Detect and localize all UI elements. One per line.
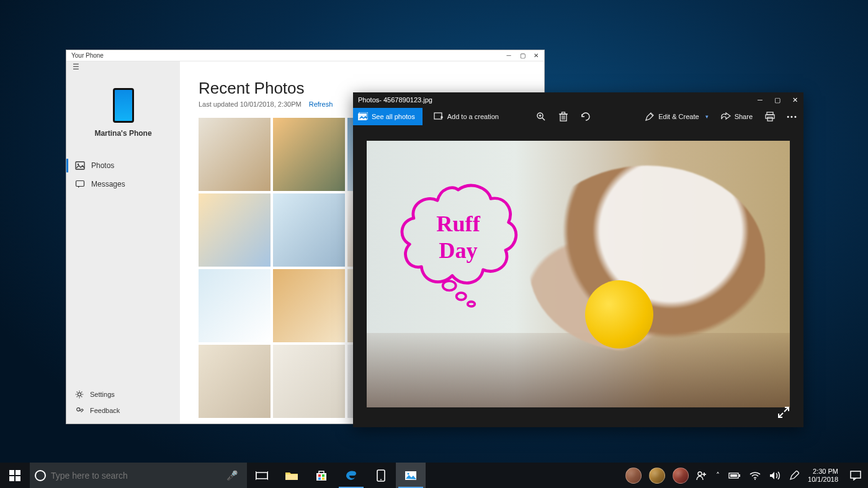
svg-rect-30 <box>766 115 774 118</box>
photo-thumbnail[interactable] <box>199 193 271 267</box>
photos-app-icon <box>405 471 417 481</box>
folder-icon <box>285 470 298 481</box>
microphone-icon[interactable]: 🎤 <box>226 470 238 481</box>
svg-rect-61 <box>851 471 861 478</box>
annotation-line2: Day <box>439 238 477 263</box>
svg-rect-0 <box>76 162 84 169</box>
sidebar-item-feedback[interactable]: Feedback <box>66 402 180 419</box>
see-all-photos-label: See all photos <box>372 113 415 120</box>
wifi-icon[interactable] <box>749 471 761 480</box>
photo-thumbnail[interactable] <box>273 193 345 267</box>
people-avatar[interactable] <box>649 468 665 484</box>
svg-rect-39 <box>9 476 14 481</box>
svg-point-60 <box>754 479 756 480</box>
expand-icon <box>777 406 790 419</box>
sidebar-item-label: Settings <box>90 391 115 398</box>
start-button[interactable] <box>0 463 30 488</box>
svg-line-8 <box>77 392 78 393</box>
system-tray: ˄ <box>692 463 803 488</box>
edit-icon <box>645 112 655 122</box>
your-phone-taskbar-button[interactable] <box>366 463 396 488</box>
people-icon[interactable] <box>696 471 707 481</box>
phone-summary: Martina's Phone <box>66 73 180 145</box>
sidebar-item-messages[interactable]: Messages <box>66 175 180 193</box>
photo-thumbnail[interactable] <box>199 345 271 418</box>
hamburger-icon[interactable]: ☰ <box>66 61 180 73</box>
print-icon <box>765 112 775 122</box>
svg-line-19 <box>542 118 545 120</box>
svg-point-3 <box>78 393 81 396</box>
ellipsis-icon: ••• <box>787 113 798 120</box>
rotate-button[interactable] <box>575 108 597 125</box>
svg-rect-59 <box>730 474 737 477</box>
refresh-link[interactable]: Refresh <box>309 100 333 108</box>
sidebar-item-settings[interactable]: Settings <box>66 386 180 402</box>
maximize-button[interactable]: ▢ <box>516 50 529 61</box>
taskbar-search[interactable]: 🎤 <box>30 463 247 488</box>
trash-icon <box>559 112 568 122</box>
svg-rect-48 <box>318 477 321 480</box>
collection-icon <box>358 112 368 121</box>
last-updated-label: Last updated 10/01/2018, 2:30PM <box>199 100 302 108</box>
edit-create-button[interactable]: Edit & Create ▾ <box>638 108 714 125</box>
svg-rect-46 <box>318 474 321 477</box>
tray-overflow-icon[interactable]: ˄ <box>716 471 720 480</box>
task-view-button[interactable] <box>247 463 277 488</box>
svg-line-11 <box>81 392 82 393</box>
phone-icon <box>377 469 385 482</box>
photos-window-title: Photos- 4567890123.jpg <box>358 96 432 104</box>
creation-icon <box>434 112 444 121</box>
rotate-icon <box>580 112 591 122</box>
edit-create-label: Edit & Create <box>658 113 699 120</box>
minimize-button[interactable]: ─ <box>502 50 516 61</box>
svg-rect-29 <box>767 112 773 115</box>
zoom-button[interactable] <box>530 108 552 125</box>
photo-image[interactable]: Ruff Day <box>367 141 790 407</box>
photo-thumbnail[interactable] <box>199 269 271 342</box>
fullscreen-button[interactable] <box>777 406 790 419</box>
store-icon <box>315 469 328 482</box>
edge-button[interactable] <box>336 463 366 488</box>
close-button[interactable]: ✕ <box>786 92 803 107</box>
add-to-creation-button[interactable]: Add to a creation <box>427 108 505 125</box>
svg-line-9 <box>81 396 82 397</box>
svg-point-32 <box>443 281 456 290</box>
volume-icon[interactable] <box>769 471 781 480</box>
minimize-button[interactable]: ─ <box>751 92 769 107</box>
photo-thumbnail[interactable] <box>273 118 345 191</box>
svg-line-35 <box>784 407 789 412</box>
photo-thumbnail[interactable] <box>273 345 345 418</box>
ink-annotation: Ruff Day <box>391 178 525 308</box>
clock-time: 2:30 PM <box>808 468 838 476</box>
share-button[interactable]: Share <box>715 108 759 125</box>
battery-icon[interactable] <box>728 472 741 479</box>
window-buttons: ─ ▢ ✕ <box>502 50 543 61</box>
photo-icon <box>75 161 85 171</box>
people-avatar[interactable] <box>673 468 689 484</box>
svg-rect-15 <box>434 113 442 119</box>
close-button[interactable]: ✕ <box>529 50 543 61</box>
photo-thumbnail[interactable] <box>273 269 345 342</box>
svg-rect-45 <box>316 473 326 481</box>
taskbar-clock[interactable]: 2:30 PM 10/1/2018 <box>803 463 843 488</box>
search-input[interactable] <box>51 471 221 481</box>
edge-icon <box>344 469 358 482</box>
more-button[interactable]: ••• <box>781 108 803 125</box>
svg-point-51 <box>380 479 382 480</box>
svg-line-10 <box>77 396 78 397</box>
photo-thumbnail[interactable] <box>199 118 271 191</box>
photos-taskbar-button[interactable] <box>396 463 426 488</box>
action-center-button[interactable] <box>843 463 868 488</box>
maximize-button[interactable]: ▢ <box>769 92 786 107</box>
sidebar-item-photos[interactable]: Photos <box>66 156 180 175</box>
svg-rect-49 <box>322 477 324 480</box>
file-explorer-button[interactable] <box>277 463 306 488</box>
annotation-line1: Ruff <box>436 211 480 236</box>
see-all-photos-button[interactable]: See all photos <box>353 108 423 125</box>
people-avatar[interactable] <box>625 468 642 484</box>
svg-point-1 <box>78 164 79 166</box>
microsoft-store-button[interactable] <box>306 463 336 488</box>
delete-button[interactable] <box>552 108 575 125</box>
print-button[interactable] <box>759 108 781 125</box>
ink-workspace-icon[interactable] <box>789 471 799 481</box>
